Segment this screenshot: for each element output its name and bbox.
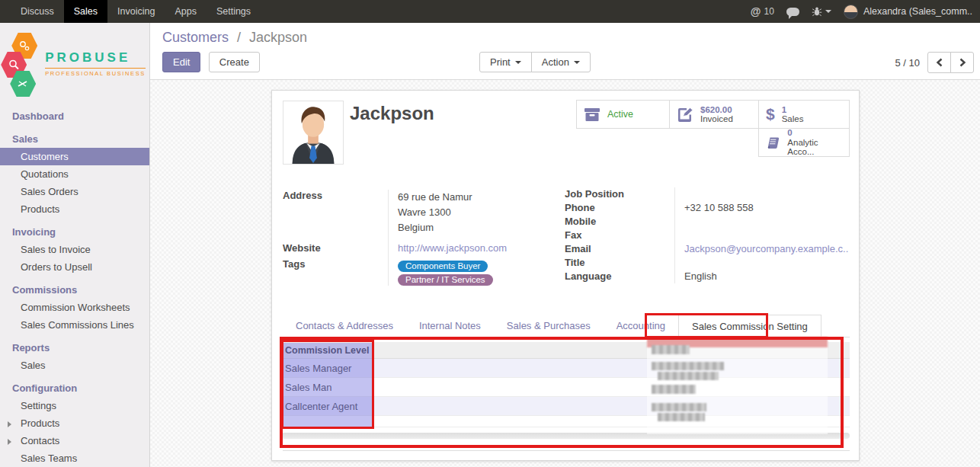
customer-avatar	[283, 101, 344, 165]
address-value: 69 rue de Namur Wavre 1300 Belgium	[398, 190, 559, 238]
tag-partner-it-services: Partner / IT Services	[398, 274, 493, 286]
mobile-label: Mobile	[565, 215, 674, 229]
tab-sales-commission-setting[interactable]: Sales Commission Setting	[678, 315, 821, 337]
tab-sales-purchases[interactable]: Sales & Purchases	[494, 315, 604, 337]
sidebar: PROBUSE PROFESSIONAL BUSINESS Dashboard …	[0, 23, 150, 467]
control-panel: Customers / Jackpson Edit Create Print A…	[150, 23, 980, 80]
phone-value: +32 10 588 558	[684, 201, 851, 215]
invoiced-stat-button[interactable]: $620.00 Invoiced	[669, 100, 759, 129]
sidebar-menu: Dashboard Sales Customers Quotations Sal…	[0, 107, 149, 467]
action-dropdown[interactable]: Action	[531, 52, 591, 72]
address-group: Address Website Tags 69 rue de Namur Wav…	[283, 190, 559, 286]
sidebar-item-commission-worksheets[interactable]: Commission Worksheets	[0, 299, 149, 316]
page-title: Jackpson	[350, 103, 434, 124]
annotation-column-highlight	[283, 343, 374, 427]
sidebar-item-sales-commissions-lines[interactable]: Sales Commissions Lines	[0, 316, 149, 334]
redacted-text	[652, 403, 706, 411]
create-button[interactable]: Create	[209, 52, 260, 72]
sidebar-item-quotations[interactable]: Quotations	[0, 165, 149, 183]
user-avatar	[844, 5, 858, 19]
job-position-value	[684, 187, 851, 201]
screen: Discuss Sales Invoicing Apps Settings @ …	[0, 0, 980, 467]
analytic-accounts-stat-button[interactable]: 0 Analytic Acco...	[758, 128, 850, 157]
chevron-left-icon	[936, 58, 943, 67]
fax-value	[684, 229, 851, 242]
sales-stat-button[interactable]: $ 1 Sales	[758, 100, 850, 129]
tab-internal-notes[interactable]: Internal Notes	[406, 315, 494, 337]
sidebar-header-configuration[interactable]: Configuration	[0, 379, 149, 397]
expand-arrow-icon[interactable]	[8, 421, 11, 427]
archive-icon	[584, 107, 600, 122]
sidebar-item-orders-to-upsell[interactable]: Orders to Upsell	[0, 258, 149, 276]
chevron-down-icon	[825, 10, 831, 13]
stat-buttons: Active $620.00 Invoiced $	[577, 101, 850, 157]
bug-icon	[812, 6, 822, 17]
sidebar-item-sales-teams[interactable]: Sales Teams	[0, 449, 149, 467]
table-bottom-divider	[283, 450, 850, 451]
edit-button[interactable]: Edit	[162, 52, 200, 72]
breadcrumb-separator: /	[237, 30, 241, 45]
sidebar-header-commissions[interactable]: Commissions	[0, 280, 149, 299]
pager-previous-button[interactable]	[927, 52, 951, 73]
user-menu[interactable]: Alexandra (Sales_comm..	[844, 5, 972, 19]
chat-bubble-icon[interactable]	[786, 8, 799, 16]
edit-pencil-icon	[677, 107, 693, 122]
topbar: Discuss Sales Invoicing Apps Settings @ …	[0, 0, 980, 23]
sidebar-item-customers[interactable]: Customers	[0, 148, 149, 165]
email-label: Email	[565, 242, 674, 256]
redacted-text	[658, 372, 719, 380]
customer-form-sheet: Jackpson Active	[271, 90, 860, 461]
pager-next-button[interactable]	[950, 52, 974, 73]
sidebar-item-products[interactable]: Products	[0, 200, 149, 218]
phone-label: Phone	[565, 201, 674, 215]
job-position-label: Job Position	[565, 187, 674, 201]
email-link[interactable]: Jackpson@yourcompany.example.c..	[684, 243, 848, 254]
expand-arrow-icon[interactable]	[8, 439, 11, 445]
tab-accounting[interactable]: Accounting	[604, 315, 678, 337]
sidebar-item-config-contacts[interactable]: Contacts	[0, 432, 149, 449]
sidebar-item-reports-sales[interactable]: Sales	[0, 357, 149, 374]
print-dropdown[interactable]: Print	[479, 52, 532, 72]
language-value: English	[684, 270, 851, 283]
sidebar-item-config-products[interactable]: Products	[0, 414, 149, 432]
sidebar-item-sales-section[interactable]: Sales	[0, 130, 149, 148]
contact-group: Job Position Phone Mobile Fax Email Titl…	[565, 187, 851, 283]
dollar-icon: $	[766, 105, 775, 123]
debug-menu[interactable]	[812, 6, 831, 17]
redacted-text	[652, 385, 696, 394]
website-link[interactable]: http://www.jackpson.com	[398, 242, 507, 254]
notebook-tabs: Contacts & Addresses Internal Notes Sale…	[283, 315, 850, 337]
menu-discuss[interactable]: Discuss	[11, 0, 64, 23]
title-label: Title	[565, 256, 674, 270]
mobile-value	[684, 215, 851, 229]
breadcrumb-current: Jackpson	[249, 30, 307, 45]
pager: 5 / 10	[895, 52, 974, 73]
sidebar-item-settings[interactable]: Settings	[0, 397, 149, 414]
logo-title: PROBUSE	[45, 50, 146, 66]
menu-settings[interactable]: Settings	[207, 0, 261, 23]
at-icon: @	[751, 5, 761, 18]
sidebar-header-invoicing[interactable]: Invoicing	[0, 222, 149, 241]
app-logo[interactable]: PROBUSE PROFESSIONAL BUSINESS	[0, 23, 149, 102]
redacted-text	[652, 362, 724, 370]
sidebar-header-reports[interactable]: Reports	[0, 338, 149, 357]
user-name: Alexandra (Sales_comm..	[863, 6, 972, 17]
breadcrumb-customers[interactable]: Customers	[162, 30, 229, 45]
redacted-text	[658, 413, 705, 421]
mentions-counter[interactable]: @ 10	[751, 5, 774, 18]
active-stat-button[interactable]: Active	[576, 100, 670, 129]
topbar-right: @ 10 Alexandra (Sales_comm..	[751, 0, 980, 23]
redacted-text	[652, 345, 690, 354]
tag-components-buyer: Components Buyer	[398, 261, 488, 272]
menu-sales[interactable]: Sales	[64, 0, 107, 23]
sidebar-item-dashboard[interactable]: Dashboard	[0, 107, 149, 125]
logo-subtitle: PROFESSIONAL BUSINESS	[45, 68, 146, 77]
menu-apps[interactable]: Apps	[165, 0, 207, 23]
menu-invoicing[interactable]: Invoicing	[107, 0, 165, 23]
book-icon	[766, 136, 780, 149]
sidebar-item-sales-orders[interactable]: Sales Orders	[0, 183, 149, 200]
sidebar-item-sales-to-invoice[interactable]: Sales to Invoice	[0, 241, 149, 258]
chevron-right-icon	[959, 58, 966, 67]
website-label: Website	[283, 238, 388, 258]
tab-contacts-addresses[interactable]: Contacts & Addresses	[283, 315, 406, 337]
